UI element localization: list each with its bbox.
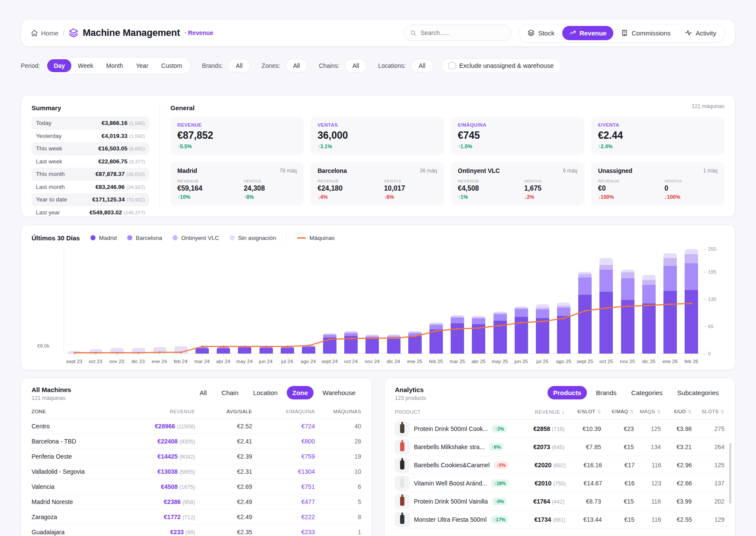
home-icon — [31, 29, 38, 37]
locations-select[interactable]: All — [411, 59, 433, 73]
column-maqs[interactable]: MÁQS ⇅ — [634, 409, 661, 415]
breadcrumb-home[interactable]: Home — [31, 29, 58, 37]
column-maq[interactable]: €/MÁQ ⇅ — [601, 409, 634, 415]
legend-ontinyent[interactable]: Ontinyent VLC — [173, 235, 219, 241]
zones-select[interactable]: All — [285, 59, 308, 73]
tab-zone[interactable]: Zone — [287, 386, 314, 399]
top-header: Home / Machine Management · Revenue — [21, 19, 735, 47]
column-slot[interactable]: €/SLOT ⇅ — [564, 409, 601, 415]
table-row[interactable]: Barebells Cookies&Caramel↓0% €2020 (682)… — [395, 456, 724, 474]
kpi-delta: ↑2.4% — [598, 144, 718, 150]
period-year[interactable]: Year — [130, 59, 155, 72]
brands-select[interactable]: All — [228, 59, 250, 73]
filter-bar: Period: Day Week Month Year Custom Brand… — [21, 57, 735, 74]
column-revenue[interactable]: REVENUE ↓ — [506, 409, 564, 415]
bar-abr 25 — [468, 249, 489, 354]
checkbox-icon[interactable] — [448, 62, 455, 69]
x-tick-label: sept 24 — [319, 356, 340, 364]
column-per-machine[interactable]: €/MÁQUINA — [252, 409, 315, 414]
table-row[interactable]: Protein Drink 500ml Vainilla↑0% €1764 (4… — [395, 492, 724, 510]
brands-label: Brands: — [202, 62, 223, 69]
product-image — [395, 476, 410, 491]
chart-plot: €8.0k 065130195250 — [64, 249, 702, 354]
analytics-title: Analytics — [395, 386, 426, 393]
sort-icon: ⇅ — [720, 409, 724, 414]
city-card-unassigned: Unassigned1 máq REVENUE€0↓100% VENTAS0↓1… — [591, 162, 724, 205]
table-row[interactable]: Vitamin Well Boost Aránd...↑18% €2010 (7… — [395, 474, 724, 492]
legend-maquinas[interactable]: Máquinas — [297, 235, 335, 241]
column-slots[interactable]: SLOTS ⇅ — [692, 409, 724, 415]
x-tick-label: jul 24 — [276, 356, 298, 364]
tab-warehouse[interactable]: Warehouse — [317, 386, 361, 399]
breadcrumb: Home / Machine Management · Revenue — [31, 27, 213, 38]
chains-select[interactable]: All — [345, 59, 367, 73]
table-row[interactable]: Monster Ultra Fiesta 500ml↑17% €1734 (68… — [395, 510, 724, 529]
search-input[interactable] — [420, 29, 505, 36]
tab-location[interactable]: Location — [247, 386, 283, 399]
tab-activity[interactable]: Activity — [678, 26, 723, 40]
column-ud[interactable]: €/UD ⇅ — [661, 409, 692, 415]
tab-chain[interactable]: Chain — [216, 386, 244, 399]
table-row[interactable]: Barebells Milkshake stra...↑6% €2073 (64… — [395, 438, 724, 456]
column-avg-sale[interactable]: AVG/SALE — [195, 409, 252, 414]
search-box[interactable] — [404, 25, 512, 41]
zones-label: Zones: — [262, 62, 280, 69]
tab-categories[interactable]: Categories — [626, 386, 669, 399]
bar-ene 25 — [404, 249, 426, 354]
bar-feb 26 — [681, 249, 702, 354]
column-revenue[interactable]: REVENUE — [116, 409, 195, 414]
bar-jun 25 — [511, 249, 532, 354]
tab-brands[interactable]: Brands — [590, 386, 622, 399]
table-row[interactable]: Zaragoza€1772 (712)€2.49€2228 — [32, 510, 361, 525]
x-tick-label: ago 25 — [553, 356, 574, 364]
tab-commissions-label: Commissions — [631, 29, 670, 37]
summary-row: Last week€22,806.75 (9,377) — [32, 155, 149, 168]
column-product[interactable]: PRODUCT — [395, 409, 506, 415]
x-tick-label: nov 24 — [362, 356, 383, 364]
left-axis-label: €8.0k — [37, 343, 49, 348]
scrollbar[interactable] — [729, 443, 731, 504]
bar-feb 24 — [170, 249, 192, 354]
tab-products[interactable]: Products — [548, 386, 587, 399]
bar-mar 25 — [447, 249, 468, 354]
table-row[interactable]: Madrid Noreste€2386 (958)€2.49€4775 — [32, 495, 361, 510]
bar-jun 24 — [256, 249, 277, 354]
breadcrumb-home-label: Home — [41, 29, 58, 37]
exclude-checkbox-pill[interactable]: Exclude unassigned & warehouse — [441, 58, 561, 73]
table-row[interactable]: Barcelona - TBD€22408 (9305)€2.41€80028 — [32, 434, 361, 449]
table-row[interactable]: Protein Drink 500ml Cook...↑2% €2858 (71… — [395, 420, 724, 438]
table-row[interactable]: Periferia Oeste€14425 (6042)€2.39€75919 — [32, 449, 361, 464]
table-row[interactable]: Valladolid - Segovia€13038 (5655)€2.31€1… — [32, 464, 361, 479]
legend-madrid[interactable]: Madrid — [90, 235, 117, 241]
period-custom[interactable]: Custom — [155, 59, 189, 72]
table-row[interactable]: Centro€28966 (11508)€2.52€72440 — [32, 419, 361, 434]
bar-dic 23 — [128, 249, 149, 354]
bar-ago 25 — [553, 249, 574, 354]
locations-label: Locations: — [378, 62, 406, 69]
tab-all[interactable]: All — [194, 386, 212, 399]
table-row[interactable]: Valencia€4508 (1675)€2.69€7516 — [32, 479, 361, 495]
tab-stock[interactable]: Stock — [521, 26, 561, 40]
column-zone[interactable]: ZONE — [32, 409, 116, 414]
page-subtitle: · Revenue — [184, 29, 213, 36]
legend-dot — [230, 235, 235, 240]
tab-subcategories[interactable]: Subcategories — [672, 386, 724, 399]
tab-commissions[interactable]: Commissions — [614, 26, 677, 40]
table-row[interactable]: Guadalajara€233 (99)€2.35€2331 — [32, 525, 361, 536]
x-tick-label: oct 25 — [596, 356, 617, 364]
legend-barcelona[interactable]: Barcelona — [127, 235, 162, 241]
product-image — [395, 494, 410, 509]
activity-icon — [685, 29, 692, 36]
x-tick-label: feb 26 — [681, 356, 702, 364]
column-machines[interactable]: MÁQUINAS — [315, 409, 361, 414]
period-month[interactable]: Month — [100, 59, 130, 72]
tab-revenue[interactable]: Revenue — [562, 26, 614, 40]
general-title: General — [170, 104, 724, 112]
legend-sin-asignacion[interactable]: Sin asignación — [230, 235, 276, 241]
period-label: Period: — [21, 62, 40, 69]
period-day[interactable]: Day — [47, 59, 71, 72]
delta-badge: ↑17% — [491, 516, 508, 523]
trending-up-icon — [569, 29, 576, 36]
period-week[interactable]: Week — [71, 59, 100, 72]
summary-panel: Summary Today€3,866.16 (1,565) Yesterday… — [32, 104, 149, 208]
